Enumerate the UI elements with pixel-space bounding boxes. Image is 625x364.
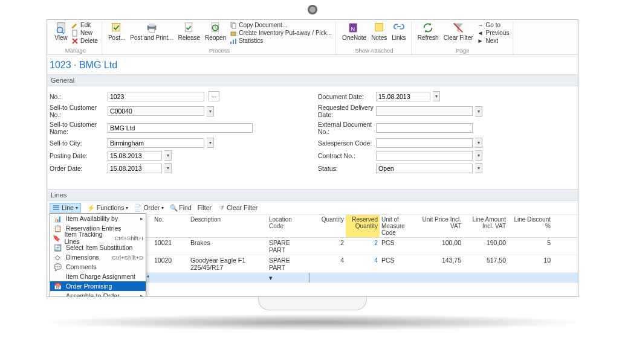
submenu-comments[interactable]: 💬Comments — [50, 262, 146, 272]
substitution-icon: 🔄 — [53, 244, 62, 252]
submenu-assemble[interactable]: Assemble-to-Order▸ — [50, 291, 146, 297]
inventory-icon — [230, 30, 237, 37]
onenote-icon: N — [348, 21, 361, 34]
submenu-charge[interactable]: Item Charge Assignment — [50, 272, 146, 281]
edit-button[interactable]: Edit — [71, 21, 98, 29]
col-uom[interactable]: Unit of Measure Code — [380, 215, 416, 237]
links-button[interactable]: Links — [390, 21, 407, 46]
svg-rect-16 — [230, 42, 232, 44]
col-no[interactable]: No. — [152, 215, 189, 237]
no-input[interactable] — [108, 92, 204, 101]
copy-document-button[interactable]: Copy Document... — [230, 21, 332, 29]
find-button[interactable]: 🔍Find — [170, 204, 191, 211]
submenu-order-promising[interactable]: 📅Order Promising — [50, 281, 146, 291]
next-button[interactable]: ►Next — [477, 37, 510, 45]
comments-icon: 💬 — [53, 263, 62, 271]
col-location[interactable]: Location Code — [267, 215, 309, 237]
req-deliv-dropdown[interactable]: ▾ — [475, 106, 482, 117]
svg-rect-3 — [73, 30, 77, 36]
submenu-tracking[interactable]: 🔖Item Tracking LinesCtrl+Shift+I — [50, 233, 146, 243]
functions-menu-button[interactable]: ⚡Functions▾ — [87, 204, 129, 212]
statistics-icon — [230, 37, 237, 45]
svg-rect-25 — [53, 209, 59, 210]
svg-rect-6 — [112, 24, 120, 31]
clear-filter-button[interactable]: Clear Filter — [442, 21, 474, 46]
sell-city-input[interactable] — [108, 138, 204, 148]
submenu-item-availability[interactable]: 📊Item Availability by▸ — [50, 214, 146, 223]
no-assist-button[interactable]: ... — [209, 91, 219, 101]
order-icon: 📄 — [134, 204, 141, 211]
notes-button[interactable]: Notes — [370, 21, 388, 46]
previous-button[interactable]: ◄Previous — [477, 29, 510, 37]
req-deliv-input[interactable] — [376, 106, 473, 116]
document-date-input[interactable] — [376, 92, 430, 101]
goto-button[interactable]: →Go to — [477, 21, 510, 29]
contract-label: Contract No.: — [318, 152, 374, 159]
release-button[interactable]: Release — [176, 21, 201, 46]
release-icon — [183, 21, 196, 34]
general-form: No.:... Sell-to Customer No.:▾ Sell-to C… — [47, 86, 578, 178]
sell-cust-no-input[interactable] — [108, 106, 204, 116]
col-unit-price[interactable]: Unit Price Incl. VAT — [416, 215, 463, 237]
document-date-dropdown[interactable]: ▾ — [433, 91, 440, 101]
status-dropdown[interactable]: ▾ — [475, 163, 482, 173]
tracking-icon: 🔖 — [53, 234, 61, 242]
posting-date-dropdown[interactable]: ▾ — [164, 150, 172, 161]
lines-grid[interactable]: No. Description Location Code Quantity R… — [144, 215, 578, 283]
view-icon — [54, 21, 68, 34]
sell-city-label: Sell-to City: — [50, 139, 105, 147]
contract-input[interactable] — [376, 151, 473, 161]
status-input[interactable] — [376, 164, 473, 173]
create-inventory-button[interactable]: Create Inventory Put-away / Pick... — [230, 29, 332, 37]
grid-row[interactable]: 10021BrakesSPARE PART22PCS100,00190,005 — [144, 238, 578, 255]
svg-rect-10 — [185, 23, 192, 32]
grid-new-row[interactable]: *▾ — [144, 273, 578, 283]
contract-dropdown[interactable]: ▾ — [475, 150, 482, 161]
order-menu-button[interactable]: 📄Order▾ — [134, 204, 164, 211]
ext-doc-label: External Document No.: — [318, 121, 374, 135]
col-description[interactable]: Description — [189, 215, 267, 237]
grid-row[interactable]: 10020Goodyear Eagle F1 225/45/R17SPARE P… — [144, 255, 578, 273]
dimensions-icon: ◇ — [53, 254, 62, 261]
sell-cust-no-dropdown[interactable]: ▾ — [207, 106, 214, 117]
sell-city-dropdown[interactable]: ▾ — [207, 138, 214, 148]
posting-date-input[interactable] — [108, 151, 162, 161]
avail-icon: 📊 — [53, 215, 62, 223]
lines-clear-filter-button[interactable]: ⧩Clear Filter — [218, 204, 257, 211]
ext-doc-input[interactable] — [376, 123, 473, 133]
post-print-button[interactable]: Post and Print... — [129, 21, 174, 46]
new-button[interactable]: New — [71, 29, 98, 37]
salesperson-input[interactable] — [376, 138, 473, 148]
order-date-input[interactable] — [108, 164, 162, 173]
submenu-dimensions[interactable]: ◇DimensionsCtrl+Shift+D — [50, 252, 146, 262]
general-section-header[interactable]: General — [47, 74, 578, 86]
ribbon-group-manage: View Edit New Delete — [50, 21, 102, 54]
statistics-button[interactable]: Statistics — [230, 37, 332, 45]
order-date-label: Order Date: — [50, 165, 105, 172]
lines-section-header[interactable]: Lines — [47, 189, 578, 201]
col-line-amount[interactable]: Line Amount Incl. VAT — [463, 215, 508, 237]
pencil-icon — [71, 22, 79, 29]
order-date-dropdown[interactable]: ▾ — [164, 163, 172, 173]
reopen-button[interactable]: Reopen — [204, 21, 227, 46]
col-reserved-quantity[interactable]: Reserved Quantity — [346, 215, 380, 237]
print-icon — [145, 21, 158, 34]
svg-rect-21 — [375, 24, 383, 31]
onenote-button[interactable]: NOneNote — [341, 21, 368, 46]
salesperson-dropdown[interactable]: ▾ — [475, 138, 482, 148]
col-line-discount[interactable]: Line Discount % — [508, 215, 552, 237]
view-button[interactable]: View — [53, 21, 69, 46]
filter-button[interactable]: Filter — [198, 204, 212, 211]
svg-rect-17 — [233, 40, 234, 44]
promising-icon: 📅 — [53, 283, 62, 290]
line-menu-button[interactable]: Line▾ — [50, 203, 81, 212]
page-title: 1023 · BMG Ltd — [47, 55, 578, 74]
post-button[interactable]: Post... — [107, 21, 126, 46]
delete-button[interactable]: Delete — [71, 37, 98, 45]
notes-icon — [372, 21, 386, 34]
refresh-button[interactable]: Refresh — [416, 21, 440, 46]
col-quantity[interactable]: Quantity — [309, 215, 346, 237]
sell-cust-name-input[interactable] — [108, 123, 253, 133]
ribbon: View Edit New Delete Post... Post and Pr… — [47, 20, 578, 55]
svg-rect-23 — [53, 205, 59, 206]
